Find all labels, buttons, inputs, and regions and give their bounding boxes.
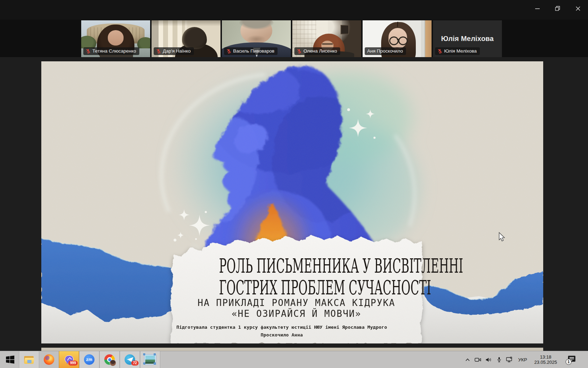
restore-button[interactable] [547,0,568,17]
participant-tile[interactable]: Василь Пивоваров [222,20,291,57]
participant-tile[interactable]: Тетяна Слюсаренко [81,20,150,57]
chevron-up-icon [465,358,470,361]
windows-logo-icon [6,355,15,364]
slide-subtitle-line1: НА ПРИКЛАДІ РОМАНУ МАКСА КІДРУКА [172,298,421,307]
muted-mic-icon [438,49,442,54]
display-network-icon [506,357,513,362]
window-controls [527,0,588,17]
taskbar: 999 zm 72 [0,351,588,368]
slide-text-block: РОЛЬ ПИСЬМЕННИКА У ВИСВІТЛЕННІ ГОСТРИХ П… [41,61,543,343]
muted-mic-icon [156,49,161,54]
tray-mic-button[interactable] [496,356,503,363]
tray-speaker-button[interactable] [485,356,492,363]
desktop-screen: Тетяна Слюсаренко Дар'я Наїнко Васил [0,0,588,368]
firefox-icon [44,354,54,365]
muted-mic-icon [86,49,91,54]
taskbar-file-explorer-button[interactable] [19,351,39,368]
participant-tile-active-speaker[interactable]: Аня Проскочило [363,20,432,57]
slide-title-line1: РОЛЬ ПИСЬМЕННИКА У ВИСВІТЛЕННІ [219,256,374,275]
slide-credit-line2: Проскочило Анна [157,333,407,337]
close-icon [576,6,580,11]
microphone-icon [497,356,502,363]
next-slide-edge [41,348,543,351]
participant-tile[interactable]: Олена Лисенко [292,20,361,57]
chrome-icon [104,354,115,365]
taskbar-photos-button[interactable] [140,351,160,368]
participant-name: Василь Пивоваров [233,48,274,54]
taskbar-zoom-button[interactable]: zm [79,351,99,368]
participant-name-label: Дар'я Наїнко [154,47,194,55]
participant-name-label: Юлія Меліхова [435,47,480,55]
tray-time: 13:18 [530,354,561,360]
participant-name: Тетяна Слюсаренко [92,48,136,54]
participant-name: Дар'я Наїнко [163,48,191,54]
slide-title-line2: ГОСТРИХ ПРОБЛЕМ СУЧАСНОСТІ [219,278,374,297]
file-explorer-icon [24,355,34,364]
restore-icon [555,6,560,11]
minimize-icon [535,6,540,11]
start-button[interactable] [1,351,19,368]
window-titlebar [0,0,588,20]
muted-mic-icon [297,49,302,54]
participant-tile[interactable]: Юлія Меліхова Юлія Меліхова [433,20,502,57]
participant-name-label: Василь Пивоваров [224,47,278,55]
taskbar-chrome-button[interactable] [99,351,120,368]
viber-badge: 999 [68,361,78,366]
close-button[interactable] [568,0,588,17]
mouse-cursor [498,232,505,242]
taskbar-telegram-button[interactable]: 72 [120,351,140,368]
speaker-icon [485,357,492,362]
participants-strip: Тетяна Слюсаренко Дар'я Наїнко Васил [0,20,588,57]
participant-name: Аня Проскочило [367,48,403,54]
tray-date: 23.05.2025 [530,360,561,365]
participant-name-label: Олена Лисенко [294,47,340,55]
participant-name-label: Аня Проскочило [365,47,406,55]
notification-center-button[interactable]: 1 [567,355,578,364]
notification-badge: 1 [566,359,572,365]
system-tray: УКР 13:18 23.05.2025 1 [462,351,588,368]
participant-tile[interactable]: Дар'я Наїнко [152,20,220,57]
minimize-button[interactable] [527,0,547,17]
slide-credit-line1: Підготувала студентка 1 курсу факультету… [157,325,407,329]
tray-clock[interactable]: 13:18 23.05.2025 [530,354,561,365]
screen-share-stage: РОЛЬ ПИСЬМЕННИКА У ВИСВІТЛЕННІ ГОСТРИХ П… [0,57,588,351]
slide-subtitle-line2: «НЕ ОЗИРАЙСЯ Й МОВЧИ» [172,309,421,318]
tray-display-button[interactable] [506,356,513,363]
tray-camera-button[interactable] [475,356,482,363]
chrome-profile-avatar [110,360,116,366]
camera-icon [475,357,481,362]
muted-mic-icon [226,49,231,54]
participant-name-label: Тетяна Слюсаренко [83,47,139,55]
presentation-slide: РОЛЬ ПИСЬМЕННИКА У ВИСВІТЛЕННІ ГОСТРИХ П… [41,61,543,343]
telegram-badge: 72 [131,361,139,366]
participant-name: Юлія Меліхова [444,48,477,54]
zoom-icon: zm [84,354,94,365]
taskbar-firefox-button[interactable] [39,351,59,368]
taskbar-viber-button[interactable]: 999 [59,351,79,368]
participant-name: Олена Лисенко [303,48,337,54]
language-indicator[interactable]: УКР [518,357,527,362]
tray-chevron-button[interactable] [464,356,471,363]
photos-icon [145,355,156,364]
